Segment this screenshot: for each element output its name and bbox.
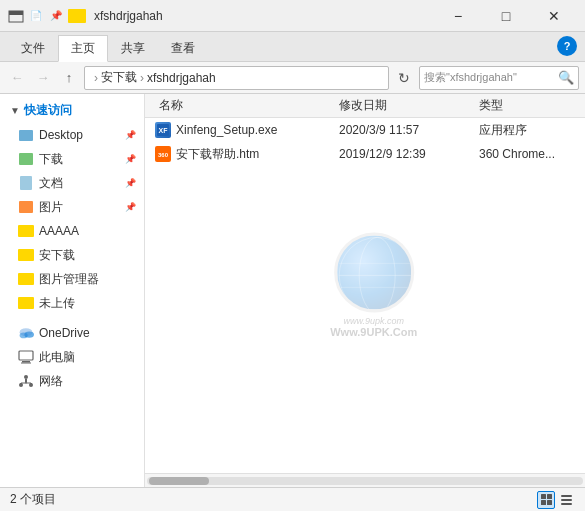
tab-file[interactable]: 文件 — [8, 35, 58, 61]
quick-icon-1: 📄 — [28, 8, 44, 24]
sidebar-label-download: 下载 — [39, 151, 63, 168]
refresh-button[interactable]: ↻ — [393, 67, 415, 89]
col-date[interactable]: 修改日期 — [335, 97, 475, 114]
breadcrumb-0[interactable]: 安下载 — [101, 69, 137, 86]
svg-point-18 — [359, 237, 395, 312]
quick-access-title[interactable]: ▼ 快速访问 — [0, 98, 144, 123]
window-title: xfshdrjgahah — [94, 9, 435, 23]
tab-view[interactable]: 查看 — [158, 35, 208, 61]
sidebar-label-network: 网络 — [39, 373, 63, 390]
list-view-button[interactable] — [557, 491, 575, 509]
docs-icon — [18, 175, 34, 191]
grid-cell-2 — [547, 494, 552, 499]
file-list-header: 名称 修改日期 类型 — [145, 94, 585, 118]
thispc-icon — [18, 349, 34, 365]
grid-view-button[interactable] — [537, 491, 555, 509]
list-line-3 — [561, 503, 572, 505]
file-type-0: 应用程序 — [475, 122, 575, 139]
minimize-button[interactable]: − — [435, 0, 481, 32]
exe-icon-0: XF — [155, 122, 171, 138]
sidebar-label-aaaaa: AAAAA — [39, 224, 79, 238]
sidebar-item-imgmgr[interactable]: 图片管理器 — [0, 267, 144, 291]
file-label-1: 安下载帮助.htm — [176, 146, 259, 163]
download-icon — [18, 151, 34, 167]
grid-view-icon — [541, 494, 552, 505]
restore-button[interactable]: □ — [483, 0, 529, 32]
help-button[interactable]: ? — [557, 36, 577, 56]
file-row-0[interactable]: XF Xinfeng_Setup.exe 2020/3/9 11:57 应用程序 — [145, 118, 585, 142]
svg-rect-7 — [21, 363, 31, 364]
scroll-track — [147, 477, 583, 485]
tab-share[interactable]: 共享 — [108, 35, 158, 61]
breadcrumb-bar[interactable]: › 安下载 › xfshdrjgahah — [84, 66, 389, 90]
file-type-1: 360 Chrome... — [475, 147, 575, 161]
watermark: www.9upk.com Www.9UPK.Com — [330, 232, 417, 338]
col-type[interactable]: 类型 — [475, 97, 575, 114]
svg-text:360: 360 — [158, 152, 169, 158]
watermark-text-top: www.9upk.com — [330, 316, 417, 326]
breadcrumb-sep-1: › — [140, 71, 144, 85]
quick-access-label: 快速访问 — [24, 102, 72, 119]
sidebar-item-anzaiia[interactable]: 安下载 — [0, 243, 144, 267]
file-date-1: 2019/12/9 12:39 — [335, 147, 475, 161]
sidebar-label-thispc: 此电脑 — [39, 349, 75, 366]
pin-icon-desktop: 📌 — [125, 130, 136, 140]
folder-icon-imgmgr — [18, 271, 34, 287]
file-name-1: 360 安下载帮助.htm — [155, 146, 335, 163]
sidebar-item-notup[interactable]: 未上传 — [0, 291, 144, 315]
sidebar-label-docs: 文档 — [39, 175, 63, 192]
search-bar[interactable]: 搜索"xfshdrjgahah" 🔍 — [419, 66, 579, 90]
search-placeholder: 搜索"xfshdrjgahah" — [424, 70, 517, 85]
quick-icon-2: 📌 — [48, 8, 64, 24]
folder-icon-notup — [18, 295, 34, 311]
pin-icon-pictures: 📌 — [125, 202, 136, 212]
breadcrumb-sep-0: › — [94, 71, 98, 85]
watermark-globe — [334, 232, 414, 312]
sidebar-item-desktop[interactable]: Desktop 📌 — [0, 123, 144, 147]
sidebar-label-notup: 未上传 — [39, 295, 75, 312]
sidebar-label-imgmgr: 图片管理器 — [39, 271, 99, 288]
pictures-icon — [18, 199, 34, 215]
chevron-down-icon: ▼ — [10, 105, 20, 116]
svg-rect-6 — [22, 361, 30, 363]
sidebar-item-docs[interactable]: 文档 📌 — [0, 171, 144, 195]
title-controls[interactable]: − □ ✕ — [435, 0, 577, 32]
address-bar: ← → ↑ › 安下载 › xfshdrjgahah ↻ 搜索"xfshdrjg… — [0, 62, 585, 94]
folder-icon-title — [68, 9, 86, 23]
sidebar-item-thispc[interactable]: 此电脑 — [0, 345, 144, 369]
list-line-2 — [561, 499, 572, 501]
sidebar-item-download[interactable]: 下载 📌 — [0, 147, 144, 171]
file-date-0: 2020/3/9 11:57 — [335, 123, 475, 137]
close-button[interactable]: ✕ — [531, 0, 577, 32]
sidebar-item-pictures[interactable]: 图片 📌 — [0, 195, 144, 219]
horizontal-scrollbar[interactable] — [145, 473, 585, 487]
breadcrumb-1[interactable]: xfshdrjgahah — [147, 71, 216, 85]
forward-button[interactable]: → — [32, 67, 54, 89]
scroll-thumb[interactable] — [149, 477, 209, 485]
file-name-0: XF Xinfeng_Setup.exe — [155, 122, 335, 138]
desktop-icon — [18, 127, 34, 143]
col-name[interactable]: 名称 — [155, 97, 335, 114]
svg-rect-5 — [19, 351, 33, 360]
view-buttons — [537, 491, 575, 509]
folder-icon-aaaaa — [18, 223, 34, 239]
up-button[interactable]: ↑ — [58, 67, 80, 89]
tab-home[interactable]: 主页 — [58, 35, 108, 62]
ribbon: 文件 主页 共享 查看 ? — [0, 32, 585, 62]
grid-cell-1 — [541, 494, 546, 499]
file-row-1[interactable]: 360 安下载帮助.htm 2019/12/9 12:39 360 Chrome… — [145, 142, 585, 166]
list-view-icon — [561, 495, 572, 505]
status-text: 2 个项目 — [10, 491, 537, 508]
ribbon-tabs: 文件 主页 共享 查看 ? — [0, 32, 585, 61]
title-bar: 📄 📌 xfshdrjgahah − □ ✕ — [0, 0, 585, 32]
grid-cell-4 — [547, 500, 552, 505]
sidebar-item-onedrive[interactable]: OneDrive — [0, 321, 144, 345]
sidebar-item-aaaaa[interactable]: AAAAA — [0, 219, 144, 243]
sidebar-item-network[interactable]: 网络 — [0, 369, 144, 393]
svg-point-17 — [339, 237, 414, 312]
window-icon — [8, 8, 24, 24]
search-icon[interactable]: 🔍 — [558, 70, 574, 85]
back-button[interactable]: ← — [6, 67, 28, 89]
pin-icon-docs: 📌 — [125, 178, 136, 188]
svg-text:XF: XF — [159, 127, 169, 134]
